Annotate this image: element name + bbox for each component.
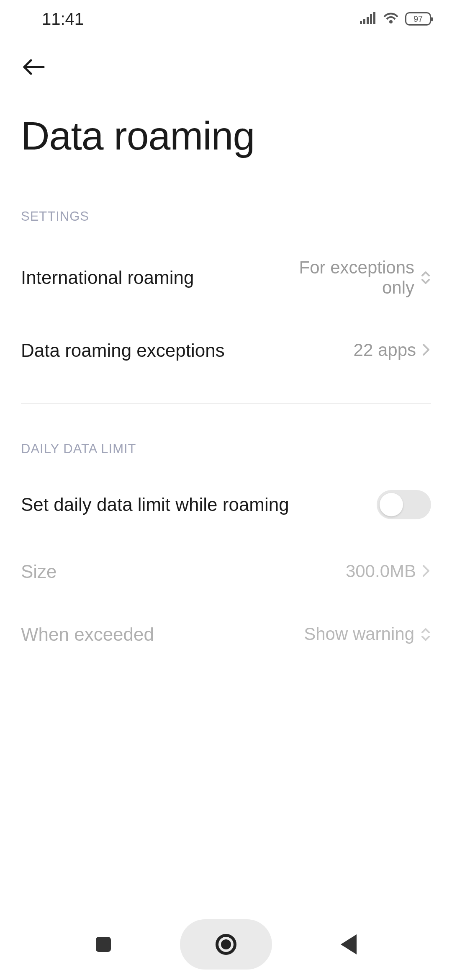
svg-rect-3 <box>370 14 372 24</box>
set-daily-limit-label: Set daily data limit while roaming <box>21 494 289 515</box>
cellular-signal-icon <box>360 12 377 26</box>
triangle-left-icon <box>341 934 357 954</box>
when-exceeded-row[interactable]: When exceeded Show warning <box>0 603 452 666</box>
battery-level: 97 <box>413 14 423 24</box>
when-exceeded-value-wrap: Show warning <box>304 624 431 644</box>
chevron-right-icon <box>422 342 431 359</box>
size-row[interactable]: Size 300.0MB <box>0 540 452 603</box>
toggle-knob <box>380 493 403 516</box>
section-header-settings: SETTINGS <box>0 192 452 237</box>
back-button[interactable] <box>21 54 46 80</box>
size-value: 300.0MB <box>346 561 416 581</box>
data-roaming-exceptions-label: Data roaming exceptions <box>21 340 225 361</box>
nav-back-button[interactable] <box>336 932 361 957</box>
nav-home-button[interactable] <box>180 919 272 970</box>
arrow-left-icon <box>22 59 45 75</box>
data-roaming-exceptions-value: 22 apps <box>354 340 416 360</box>
system-nav-bar <box>0 909 452 980</box>
set-daily-limit-toggle[interactable] <box>377 490 431 519</box>
data-roaming-exceptions-row[interactable]: Data roaming exceptions 22 apps <box>0 319 452 382</box>
status-time: 11:41 <box>42 10 84 28</box>
when-exceeded-label: When exceeded <box>21 624 154 645</box>
status-icons: 97 <box>360 12 431 26</box>
svg-rect-2 <box>367 17 369 24</box>
page-title: Data roaming <box>0 96 452 192</box>
section-header-daily-limit: DAILY DATA LIMIT <box>0 425 452 469</box>
section-divider <box>21 403 431 404</box>
header-row <box>0 38 452 96</box>
international-roaming-row[interactable]: International roaming For exceptions onl… <box>0 237 452 319</box>
svg-rect-1 <box>363 19 365 24</box>
chevron-updown-icon <box>420 270 431 285</box>
status-bar: 11:41 97 <box>0 0 452 38</box>
svg-rect-4 <box>373 12 375 24</box>
set-daily-limit-row[interactable]: Set daily data limit while roaming <box>0 469 452 540</box>
nav-recent-button[interactable] <box>91 932 116 957</box>
international-roaming-value: For exceptions only <box>280 258 414 298</box>
international-roaming-label: International roaming <box>21 267 194 288</box>
square-icon <box>96 937 111 952</box>
wifi-icon <box>383 12 399 26</box>
size-label: Size <box>21 561 57 582</box>
circle-icon <box>216 934 236 955</box>
when-exceeded-value: Show warning <box>304 624 414 644</box>
svg-point-5 <box>389 20 393 23</box>
data-roaming-exceptions-value-wrap: 22 apps <box>354 340 431 360</box>
size-value-wrap: 300.0MB <box>346 561 431 581</box>
svg-rect-0 <box>360 21 362 24</box>
chevron-updown-icon <box>420 627 431 642</box>
international-roaming-value-wrap: For exceptions only <box>280 258 431 298</box>
battery-icon: 97 <box>405 12 431 26</box>
chevron-right-icon <box>422 563 431 580</box>
